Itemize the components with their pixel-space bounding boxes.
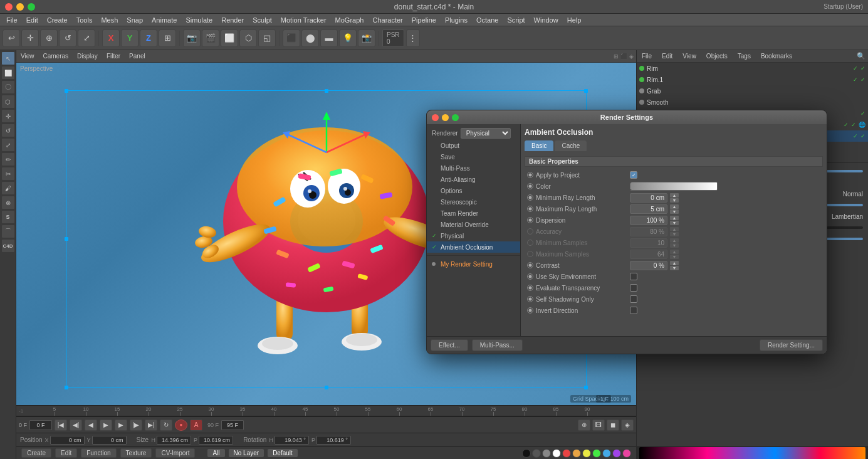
timeline-btn-4[interactable]: ◈: [621, 419, 634, 431]
select-button[interactable]: ✛: [21, 29, 39, 47]
menu-mograph[interactable]: MoGraph: [332, 15, 368, 25]
timeline-btn-1[interactable]: ⊕: [578, 419, 590, 431]
rs-renderer-select[interactable]: Physical Standard ProRender: [461, 128, 511, 139]
record-button[interactable]: ●: [175, 419, 187, 431]
cube-button[interactable]: ⬛: [283, 29, 300, 47]
rs-effect-button[interactable]: Effect...: [431, 339, 468, 351]
render-region-button[interactable]: ◱: [258, 29, 276, 47]
rs-accuracy-input[interactable]: [630, 227, 667, 236]
all-filter[interactable]: All: [207, 449, 224, 457]
menu-window[interactable]: Window: [530, 15, 562, 25]
rs-render-setting-button[interactable]: Render Setting...: [760, 339, 823, 351]
step-forward-button[interactable]: ▶: [115, 419, 127, 431]
menu-motion-tracker[interactable]: Motion Tracker: [277, 15, 330, 25]
rs-min-samples-down[interactable]: ▼: [670, 243, 679, 248]
viewport-icon-2[interactable]: ⬛: [620, 53, 627, 60]
menu-mesh[interactable]: Mesh: [97, 15, 122, 25]
tool-s[interactable]: S: [1, 210, 15, 224]
obj-row-rim1[interactable]: Rim.1 ✓ ✓: [637, 74, 868, 85]
scale-button[interactable]: ⤢: [78, 29, 95, 47]
rs-multipass-button[interactable]: Multi-Pass...: [472, 339, 523, 351]
obj-row-grab[interactable]: Grab: [637, 85, 868, 97]
rot-y-input[interactable]: [316, 436, 351, 445]
rs-min-ray-up[interactable]: ▲: [670, 193, 679, 198]
jump-start-button[interactable]: |◀: [55, 419, 67, 431]
rs-contrast-up[interactable]: ▲: [670, 261, 679, 265]
frame-input[interactable]: [29, 420, 52, 430]
swatch-orange[interactable]: [572, 449, 581, 458]
camera-button[interactable]: 📸: [358, 29, 375, 47]
rs-dispersion-input[interactable]: [630, 216, 667, 225]
rs-radio-contrast[interactable]: [527, 262, 533, 268]
rs-max-samples-input[interactable]: [630, 250, 667, 259]
swatch-pink[interactable]: [622, 449, 631, 458]
pos-x-input[interactable]: [50, 436, 85, 445]
sphere-button[interactable]: ⬤: [301, 29, 319, 47]
rp-view-btn[interactable]: View: [680, 52, 699, 60]
viewport-icon-3[interactable]: ◈: [629, 53, 634, 60]
menu-create[interactable]: Create: [43, 15, 71, 25]
rs-checkbox-invert-dir[interactable]: [630, 307, 637, 314]
menu-script[interactable]: Script: [503, 15, 528, 25]
rs-my-setting[interactable]: My Render Setting: [427, 258, 520, 270]
menu-octane[interactable]: Octane: [473, 15, 502, 25]
tool-cursor[interactable]: ↖: [1, 51, 15, 65]
tool-polygon[interactable]: ⬡: [1, 95, 15, 108]
rs-color-bar[interactable]: [630, 182, 718, 191]
swatch-black[interactable]: [522, 449, 531, 458]
tool-lasso[interactable]: 〇: [1, 80, 15, 94]
rs-radio-sky-env[interactable]: [527, 273, 533, 280]
tool-knife[interactable]: ✂: [1, 167, 15, 181]
size-x-input[interactable]: [157, 436, 191, 445]
rp-search-icon[interactable]: 🔍: [857, 52, 865, 60]
swatch-purple[interactable]: [612, 449, 621, 458]
rp-file-btn[interactable]: File: [639, 52, 654, 60]
menu-plugins[interactable]: Plugins: [441, 15, 471, 25]
rs-radio-invert-dir[interactable]: [527, 307, 533, 314]
menu-edit[interactable]: Edit: [23, 15, 42, 25]
default-filter[interactable]: Default: [268, 449, 298, 457]
menu-character[interactable]: Character: [369, 15, 406, 25]
rs-dispersion-up[interactable]: ▲: [670, 216, 679, 220]
menu-help[interactable]: Help: [563, 15, 585, 25]
rp-tags-btn[interactable]: Tags: [735, 52, 753, 60]
rs-max-ray-down[interactable]: ▼: [670, 209, 679, 214]
vp-menu-panel[interactable]: Panel: [127, 52, 147, 60]
tool-paint[interactable]: 🖌: [1, 181, 15, 195]
rs-item-output[interactable]: Output: [427, 140, 520, 151]
close-button[interactable]: [5, 3, 13, 11]
rs-radio-accuracy[interactable]: [527, 228, 533, 235]
vp-menu-filter[interactable]: Filter: [105, 52, 122, 60]
tool-magnet[interactable]: ⊗: [1, 196, 15, 209]
rs-radio-self-shadow[interactable]: [527, 296, 533, 302]
rs-dispersion-down[interactable]: ▼: [670, 221, 679, 225]
timeline-btn-2[interactable]: 🎞: [592, 419, 605, 431]
rs-contrast-input[interactable]: [630, 261, 667, 270]
gradient-preview[interactable]: [639, 447, 865, 460]
end-frame-input[interactable]: [221, 420, 244, 430]
rs-close-button[interactable]: [432, 114, 439, 121]
vp-menu-view[interactable]: View: [19, 52, 36, 60]
render-view-button[interactable]: 📷: [183, 29, 201, 47]
jump-end-button[interactable]: ▶|: [145, 419, 157, 431]
rs-item-multipass[interactable]: Multi-Pass: [427, 162, 520, 174]
undo-button[interactable]: ↩: [3, 29, 20, 47]
axis-z-button[interactable]: Z: [140, 29, 157, 47]
tool-edit[interactable]: ✏: [1, 152, 15, 166]
rot-x-input[interactable]: [275, 436, 309, 445]
no-layer-filter[interactable]: No Layer: [229, 449, 264, 457]
rs-checkbox-self-shadow[interactable]: [630, 295, 637, 303]
prev-key-button[interactable]: ◀|: [70, 419, 82, 431]
step-back-button[interactable]: ◀: [85, 419, 97, 431]
swatch-gray[interactable]: [542, 449, 551, 458]
vp-menu-cameras[interactable]: Cameras: [41, 52, 71, 60]
axis-y-button[interactable]: Y: [121, 29, 139, 47]
tool-c4d[interactable]: C4D: [1, 239, 15, 253]
tool-box-select[interactable]: ⬜: [1, 66, 15, 80]
menu-render[interactable]: Render: [217, 15, 248, 25]
rp-objects-btn[interactable]: Objects: [704, 52, 730, 60]
tool-spline[interactable]: ⌒: [1, 224, 15, 238]
function-tab[interactable]: Function: [81, 448, 116, 458]
rs-checkbox-eval-trans[interactable]: [630, 284, 637, 292]
rs-radio-apply[interactable]: [527, 172, 533, 178]
